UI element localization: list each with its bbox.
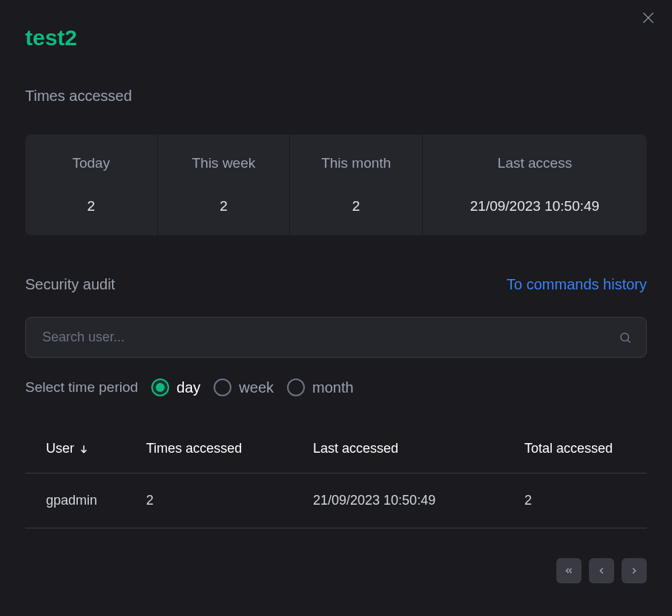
radio-circle-icon [287, 379, 305, 396]
stat-label-month: This month [290, 155, 422, 171]
stat-label-today: Today [25, 155, 157, 171]
chevron-right-icon [629, 566, 639, 576]
table-header-times[interactable]: Times accessed [146, 441, 313, 456]
search-wrapper [25, 317, 647, 358]
audit-table: User Times accessed Last accessed Total … [25, 441, 647, 528]
header-total-label: Total accessed [524, 441, 613, 456]
table-header: User Times accessed Last accessed Total … [25, 441, 647, 474]
table-row: gpadmin 2 21/09/2023 10:50:49 2 [25, 474, 647, 528]
radio-label-day: day [177, 379, 200, 396]
pagination-next-button[interactable] [622, 558, 647, 583]
cell-times: 2 [146, 493, 313, 508]
radio-label-week: week [239, 379, 274, 396]
radio-option-week[interactable]: week [214, 379, 274, 396]
stat-label-week: This week [158, 155, 290, 171]
cell-last: 21/09/2023 10:50:49 [313, 493, 524, 508]
security-audit-heading: Security audit [25, 276, 115, 293]
pagination-prev-button[interactable] [589, 558, 614, 583]
svg-line-3 [627, 340, 630, 343]
close-button[interactable] [641, 10, 656, 25]
search-icon [619, 331, 632, 344]
close-icon [641, 10, 656, 25]
radio-circle-icon [214, 379, 231, 396]
stat-value-last-access: 21/09/2023 10:50:49 [423, 198, 647, 214]
times-accessed-heading: Times accessed [25, 88, 647, 105]
stat-label-last-access: Last access [423, 155, 647, 171]
radio-dot-icon [156, 383, 165, 392]
header-user-label: User [46, 441, 74, 456]
period-row: Select time period day week month [25, 379, 647, 396]
commands-history-link[interactable]: To commands history [507, 276, 647, 293]
search-input[interactable] [25, 317, 647, 358]
radio-option-month[interactable]: month [287, 379, 354, 396]
chevron-left-icon [596, 566, 607, 576]
cell-user: gpadmin [46, 493, 146, 508]
period-label: Select time period [25, 379, 138, 396]
header-last-label: Last accessed [313, 441, 398, 456]
header-times-label: Times accessed [146, 441, 242, 456]
table-header-total[interactable]: Total accessed [524, 441, 626, 456]
sort-arrow-down-icon [79, 444, 89, 454]
stat-card-today: Today 2 [25, 134, 158, 235]
stat-value-today: 2 [25, 198, 157, 214]
security-audit-header: Security audit To commands history [25, 276, 647, 293]
cell-total: 2 [524, 493, 626, 508]
radio-label-month: month [312, 379, 354, 396]
svg-point-2 [621, 333, 629, 341]
chevron-double-left-icon [564, 566, 574, 576]
radio-option-day[interactable]: day [151, 379, 200, 396]
table-header-user[interactable]: User [46, 441, 146, 456]
stat-card-week: This week 2 [158, 134, 291, 235]
pagination [25, 558, 647, 583]
pagination-first-button[interactable] [556, 558, 582, 583]
stat-card-month: This month 2 [290, 134, 423, 235]
period-radio-group: day week month [151, 379, 354, 396]
stat-value-month: 2 [290, 198, 422, 214]
stat-card-last-access: Last access 21/09/2023 10:50:49 [423, 134, 647, 235]
stats-row: Today 2 This week 2 This month 2 Last ac… [25, 134, 647, 235]
page-title: test2 [25, 25, 647, 50]
table-header-last[interactable]: Last accessed [313, 441, 524, 456]
stat-value-week: 2 [158, 198, 290, 214]
radio-circle-icon [151, 379, 169, 396]
